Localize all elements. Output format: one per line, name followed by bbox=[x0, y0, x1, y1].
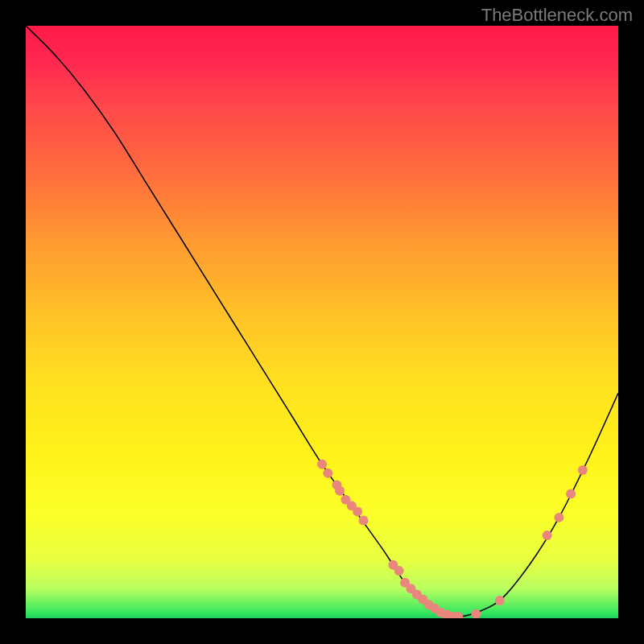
bottleneck-curve bbox=[26, 26, 618, 617]
scatter-dot bbox=[578, 465, 588, 475]
scatter-dot bbox=[335, 486, 345, 496]
scatter-dot bbox=[543, 530, 552, 540]
scatter-dot bbox=[566, 489, 576, 498]
scatter-dot bbox=[495, 596, 505, 605]
scatter-dot bbox=[554, 513, 564, 522]
scatter-dot bbox=[359, 516, 369, 526]
plot-area bbox=[26, 26, 618, 618]
scatter-dot bbox=[323, 469, 332, 478]
chart-overlay bbox=[26, 26, 618, 618]
scatter-dot bbox=[471, 609, 481, 618]
scatter-dot bbox=[394, 566, 404, 576]
watermark-text: TheBottleneck.com bbox=[481, 5, 633, 26]
scatter-dot bbox=[317, 460, 327, 469]
scatter-group bbox=[317, 460, 588, 618]
scatter-dot bbox=[353, 507, 362, 517]
